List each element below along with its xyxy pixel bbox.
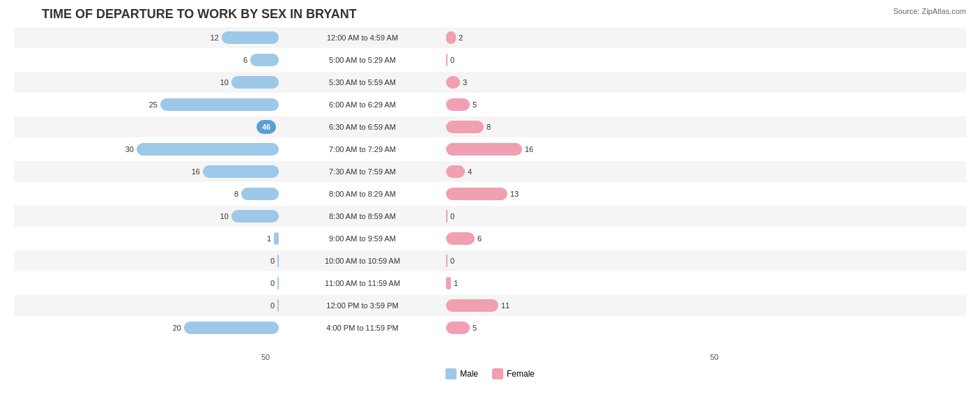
female-bar-container: 6 (446, 231, 711, 246)
female-bar (446, 299, 498, 312)
table-row: 167:30 AM to 7:59 AM4 (14, 161, 966, 182)
male-value: 46 (257, 120, 276, 134)
male-value: 25 (144, 100, 158, 109)
female-value: 11 (501, 301, 515, 310)
female-value: 2 (459, 33, 473, 42)
time-label: 7:30 AM to 7:59 AM (279, 167, 446, 176)
male-bar (277, 299, 279, 312)
male-value: 10 (215, 78, 229, 86)
chart-body: 1212:00 AM to 4:59 AM265:00 AM to 5:29 A… (14, 27, 966, 379)
table-row: 88:00 AM to 8:29 AM13 (14, 183, 966, 204)
time-label: 4:00 PM to 11:59 PM (279, 324, 446, 332)
female-bar (446, 121, 484, 133)
male-bar-container: 12 (14, 30, 279, 45)
female-bar (446, 76, 460, 89)
table-row: 466:30 AM to 6:59 AM8 (14, 116, 966, 137)
table-row: 012:00 PM to 3:59 PM11 (14, 295, 966, 316)
female-bar (446, 277, 451, 289)
female-bar-container: 8 (446, 119, 711, 135)
female-bar-container: 0 (446, 253, 711, 269)
female-bar (446, 255, 447, 267)
female-value: 1 (454, 279, 468, 287)
table-row: 011:00 AM to 11:59 AM1 (14, 273, 966, 294)
female-bar (446, 54, 447, 66)
male-value: 1 (257, 234, 271, 243)
chart-container: TIME OF DEPARTURE TO WORK BY SEX IN BRYA… (0, 0, 980, 415)
male-value: 0 (261, 279, 275, 287)
male-bar-container: 0 (14, 298, 279, 313)
female-value: 6 (477, 234, 491, 243)
female-bar-container: 1 (446, 276, 711, 291)
female-value: 0 (450, 257, 464, 265)
female-bar (446, 210, 447, 222)
table-row: 1212:00 AM to 4:59 AM2 (14, 27, 966, 48)
rows-wrapper: 1212:00 AM to 4:59 AM265:00 AM to 5:29 A… (14, 27, 966, 350)
female-bar-container: 5 (446, 320, 711, 335)
female-bar (446, 31, 456, 44)
female-bar-container: 13 (446, 186, 711, 202)
female-bar-container: 16 (446, 142, 711, 157)
male-bar (222, 31, 279, 44)
male-value: 20 (167, 324, 181, 332)
bottom-section: 50 50 Male Female (14, 353, 966, 379)
male-value: 30 (120, 145, 134, 153)
time-label: 7:00 AM to 7:29 AM (279, 145, 446, 153)
female-value: 5 (473, 100, 487, 109)
male-bar-container: 46 (14, 119, 279, 135)
male-value: 10 (215, 212, 229, 220)
time-label: 12:00 PM to 3:59 PM (279, 301, 446, 310)
time-label: 5:00 AM to 5:29 AM (279, 56, 446, 64)
table-row: 65:00 AM to 5:29 AM0 (14, 50, 966, 70)
time-label: 6:30 AM to 6:59 AM (279, 123, 446, 131)
male-bar-container: 10 (14, 75, 279, 90)
legend: Male Female (14, 368, 966, 379)
axis-left-label: 50 (261, 353, 270, 361)
table-row: 19:00 AM to 9:59 AM6 (14, 228, 966, 249)
male-value: 0 (261, 257, 275, 265)
female-value: 8 (487, 123, 500, 131)
time-label: 12:00 AM to 4:59 AM (279, 33, 446, 42)
female-value: 0 (450, 212, 464, 220)
male-value: 6 (233, 56, 247, 64)
legend-male-label: Male (460, 369, 478, 379)
male-bar-container: 0 (14, 253, 279, 269)
male-value: 16 (186, 167, 200, 176)
male-bar-container: 1 (14, 231, 279, 246)
table-row: 204:00 PM to 11:59 PM5 (14, 317, 966, 338)
female-value: 4 (468, 167, 482, 176)
female-bar (446, 98, 470, 111)
male-bar (277, 277, 279, 289)
female-value: 0 (450, 56, 464, 64)
table-row: 307:00 AM to 7:29 AM16 (14, 139, 966, 160)
female-bar-container: 0 (446, 52, 711, 68)
time-label: 9:00 AM to 9:59 AM (279, 234, 446, 243)
source-label: Source: ZipAtlas.com (893, 7, 966, 15)
female-bar (446, 143, 522, 156)
axis-right-label: 50 (710, 353, 719, 361)
female-bar-container: 2 (446, 30, 711, 45)
male-bar (231, 210, 279, 222)
female-bar-container: 4 (446, 164, 711, 179)
male-bar (137, 143, 279, 156)
male-bar (250, 54, 279, 66)
chart-title: TIME OF DEPARTURE TO WORK BY SEX IN BRYA… (14, 7, 966, 22)
female-bar-container: 3 (446, 75, 711, 90)
time-label: 6:00 AM to 6:29 AM (279, 100, 446, 109)
female-bar (446, 165, 465, 178)
male-bar (160, 98, 279, 111)
legend-female-label: Female (507, 369, 535, 379)
table-row: 010:00 AM to 10:59 AM0 (14, 250, 966, 271)
male-value: 0 (261, 301, 275, 310)
time-label: 11:00 AM to 11:59 AM (279, 279, 446, 287)
male-bar-container: 30 (14, 142, 279, 157)
legend-female: Female (492, 368, 535, 379)
male-bar (231, 76, 279, 89)
male-bar (184, 322, 279, 334)
table-row: 105:30 AM to 5:59 AM3 (14, 72, 966, 93)
male-bar-container: 8 (14, 186, 279, 202)
male-bar (277, 255, 279, 267)
time-label: 10:00 AM to 10:59 AM (279, 257, 446, 265)
male-bar-container: 10 (14, 209, 279, 224)
male-value: 8 (224, 190, 238, 198)
male-bar-container: 20 (14, 320, 279, 335)
